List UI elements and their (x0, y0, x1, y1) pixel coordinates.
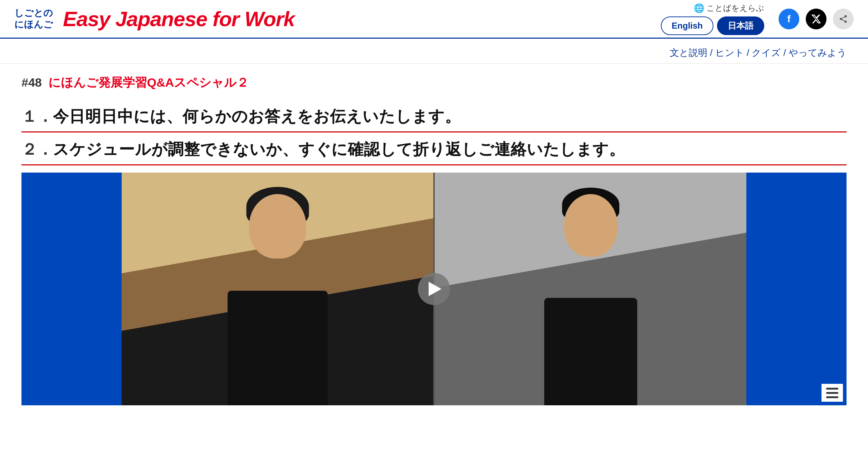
sentence-num-2: ２． (21, 139, 53, 160)
video-container (122, 173, 746, 405)
site-header: しごとの にほんご Easy Japanese for Work 🌐 ことばをえ… (0, 0, 868, 39)
hamburger-line-3 (826, 396, 838, 398)
sentence-num-1: １． (21, 106, 53, 127)
episode-title: にほんご発展学習Q&Aスペシャル２ (48, 74, 249, 91)
share-button[interactable] (833, 9, 854, 29)
video-blue-right (746, 173, 847, 405)
share-icon (839, 14, 848, 24)
person-right-body (544, 298, 637, 405)
play-button[interactable] (418, 273, 450, 305)
lang-label: 🌐 ことばをえらぶ (694, 3, 764, 14)
play-triangle-icon (429, 282, 442, 296)
sentence-text-2: スケジュールが調整できないか、すぐに確認して折り返しご連絡いたします。 (53, 139, 625, 160)
sentences-block: １． 今日明日中には、何らかのお答えをお伝えいたします。 ２． スケジュールが調… (21, 100, 847, 165)
site-title: Easy Japanese for Work (63, 7, 294, 31)
person-right-face (564, 194, 618, 257)
sentence-row-1: １． 今日明日中には、何らかのお答えをお伝えいたします。 (21, 100, 847, 132)
video-thumbnail (122, 173, 746, 405)
hamburger-line-1 (826, 388, 838, 390)
breadcrumb-text: 文と説明 / ヒント / クイズ / やってみよう (670, 47, 847, 58)
logo-nihongo: しごとの にほんご (14, 8, 53, 30)
person-left-body (228, 291, 328, 405)
facebook-button[interactable]: f (779, 9, 799, 29)
episode-header: #48 にほんご発展学習Q&Aスペシャル２ (21, 74, 847, 91)
breadcrumb: 文と説明 / ヒント / クイズ / やってみよう (0, 39, 868, 64)
person-left-face (249, 194, 306, 259)
x-twitter-button[interactable] (806, 9, 826, 29)
main-content: #48 にほんご発展学習Q&Aスペシャル２ １． 今日明日中には、何らかのお答え… (0, 64, 868, 405)
hamburger-line-2 (826, 392, 838, 394)
japanese-lang-button[interactable]: 日本語 (717, 16, 764, 35)
x-twitter-icon (811, 14, 821, 24)
social-icons: f (779, 9, 854, 29)
language-area: 🌐 ことばをえらぶ English 日本語 (661, 3, 764, 35)
logo-line2: にほんご (14, 19, 53, 30)
episode-number: #48 (21, 76, 42, 90)
person-left (122, 173, 433, 405)
sentence-row-2: ２． スケジュールが調整できないか、すぐに確認して折り返しご連絡いたします。 (21, 132, 847, 165)
person-right (435, 173, 746, 405)
lang-label-text: ことばをえらぶ (707, 3, 764, 14)
video-blue-left (21, 173, 122, 405)
lang-buttons: English 日本語 (661, 16, 764, 35)
video-section (21, 173, 847, 405)
sentence-text-1: 今日明日中には、何らかのお答えをお伝えいたします。 (53, 106, 461, 127)
menu-icon-button[interactable] (821, 384, 843, 402)
hamburger-icon (826, 388, 838, 398)
logo-line1: しごとの (14, 8, 53, 19)
globe-icon: 🌐 (694, 3, 704, 13)
logo-area: しごとの にほんご Easy Japanese for Work (14, 7, 294, 31)
english-lang-button[interactable]: English (661, 16, 713, 35)
